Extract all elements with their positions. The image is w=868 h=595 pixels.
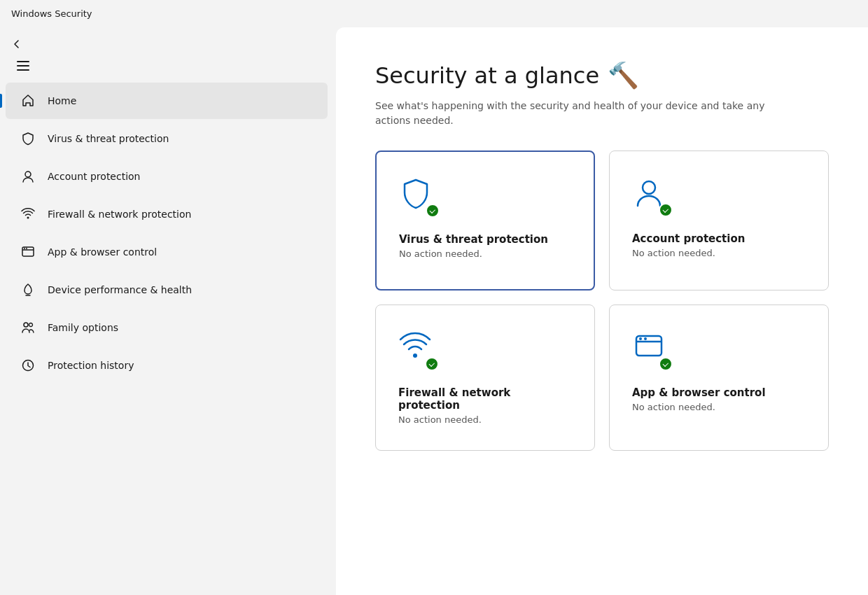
shield-icon <box>20 130 36 147</box>
app-container: Home Virus & threat protection Account p… <box>0 27 868 595</box>
title-bar: Windows Security <box>0 0 868 27</box>
firewall-card-title: Firewall & network protection <box>398 386 572 412</box>
app-title: Windows Security <box>11 8 92 19</box>
sidebar-item-device-label: Device performance & health <box>48 284 192 295</box>
sidebar-item-history[interactable]: Protection history <box>6 347 328 384</box>
svg-point-1 <box>27 217 29 219</box>
sidebar-item-appbrowser[interactable]: App & browser control <box>6 234 328 270</box>
sidebar-item-history-label: Protection history <box>48 360 134 371</box>
virus-card-status: No action needed. <box>399 248 482 259</box>
svg-point-4 <box>26 248 27 249</box>
sidebar-item-appbrowser-label: App & browser control <box>48 246 157 258</box>
firewall-card[interactable]: Firewall & network protection No action … <box>375 304 595 451</box>
page-title: Security at a glance <box>375 62 599 89</box>
app-icon <box>20 244 36 260</box>
svg-point-3 <box>24 248 25 249</box>
sidebar-item-account-label: Account protection <box>48 171 141 182</box>
account-card-title: Account protection <box>632 232 745 245</box>
svg-point-5 <box>24 323 28 327</box>
device-icon <box>20 281 36 298</box>
virus-card[interactable]: Virus & threat protection No action need… <box>375 150 595 290</box>
wifi-check-icon <box>398 330 438 370</box>
firewall-check-badge <box>425 357 439 371</box>
history-icon <box>20 357 36 374</box>
person-check-icon <box>632 176 671 216</box>
back-button[interactable] <box>0 33 333 55</box>
page-subtitle: See what's happening with the security a… <box>375 99 781 128</box>
browser-check-icon <box>632 330 671 370</box>
sidebar-item-device[interactable]: Device performance & health <box>6 272 328 308</box>
svg-point-6 <box>29 323 33 327</box>
account-card[interactable]: Account protection No action needed. <box>609 150 829 290</box>
sidebar-item-home[interactable]: Home <box>6 83 328 119</box>
main-content: Security at a glance 🔨 See what's happen… <box>336 27 868 595</box>
sidebar-item-virus[interactable]: Virus & threat protection <box>6 120 328 157</box>
sidebar-item-virus-label: Virus & threat protection <box>48 133 169 144</box>
sidebar: Home Virus & threat protection Account p… <box>0 27 333 595</box>
svg-point-9 <box>413 354 417 358</box>
sidebar-item-family[interactable]: Family options <box>6 309 328 346</box>
appbrowser-check-badge <box>659 357 673 371</box>
hamburger-button[interactable] <box>11 55 322 76</box>
sidebar-item-family-label: Family options <box>48 322 118 333</box>
account-card-status: No action needed. <box>632 248 715 258</box>
back-arrow-icon <box>11 38 22 50</box>
hammer-icon: 🔨 <box>608 61 639 90</box>
svg-point-8 <box>643 181 655 194</box>
svg-point-11 <box>639 337 642 340</box>
page-header: Security at a glance 🔨 <box>375 61 829 90</box>
svg-point-0 <box>25 172 31 177</box>
shield-check-icon <box>399 177 438 216</box>
virus-card-title: Virus & threat protection <box>399 233 548 246</box>
appbrowser-card-title: App & browser control <box>632 386 766 399</box>
home-icon <box>20 92 36 109</box>
sidebar-item-home-label: Home <box>48 95 76 106</box>
sidebar-item-firewall[interactable]: Firewall & network protection <box>6 196 328 232</box>
virus-check-badge <box>426 204 440 218</box>
sidebar-item-firewall-label: Firewall & network protection <box>48 209 191 220</box>
account-icon <box>20 168 36 185</box>
appbrowser-card[interactable]: App & browser control No action needed. <box>609 304 829 451</box>
firewall-card-status: No action needed. <box>398 414 482 425</box>
svg-point-12 <box>644 337 647 340</box>
cards-grid: Virus & threat protection No action need… <box>375 150 829 451</box>
account-check-badge <box>659 203 673 217</box>
sidebar-item-account[interactable]: Account protection <box>6 158 328 195</box>
wifi-icon <box>20 206 36 223</box>
family-icon <box>20 319 36 336</box>
appbrowser-card-status: No action needed. <box>632 402 715 412</box>
